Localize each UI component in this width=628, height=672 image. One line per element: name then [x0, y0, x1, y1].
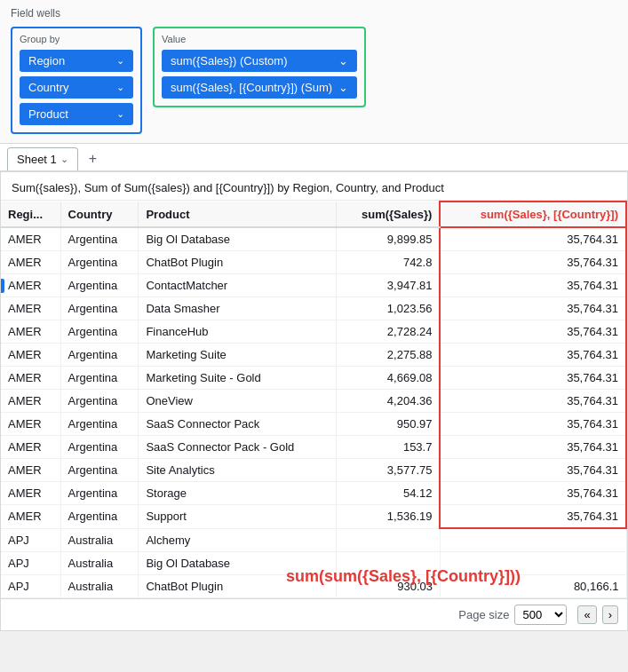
page-size-select[interactable]: 500 100 250 1000 — [514, 605, 567, 625]
cell-country: Argentina — [60, 390, 139, 413]
table-row: AMER Argentina Big Ol Database 9,899.85 … — [1, 227, 626, 251]
pagination-first-button[interactable]: « — [577, 605, 596, 624]
cell-country: Argentina — [60, 251, 139, 274]
cell-country: Argentina — [60, 413, 139, 436]
cell-region: AMER — [1, 505, 60, 529]
cell-sum-sales: 1,536.19 — [336, 505, 440, 529]
cell-sum-sales-country: 35,764.31 — [440, 320, 626, 344]
table-row: AMER Argentina Storage 54.12 35,764.31 — [1, 482, 626, 505]
col-header-sum-sales: sum({Sales}) — [336, 202, 440, 227]
field-wells-panel: Field wells Group by Region ⌄ Country ⌄ … — [0, 0, 628, 144]
cell-country: Argentina — [60, 436, 139, 459]
cell-sum-sales-country: 35,764.31 — [440, 436, 626, 459]
cell-country: Argentina — [60, 297, 139, 320]
cell-country: Australia — [60, 574, 139, 597]
cell-product: SaaS Connector Pack - Gold — [139, 436, 336, 459]
cell-region: AMER — [1, 320, 60, 344]
table-row: AMER Argentina ChatBot Plugin 742.8 35,7… — [1, 251, 626, 274]
cell-region: AMER — [1, 367, 60, 390]
cell-sum-sales: 4,669.08 — [336, 367, 440, 390]
value-pill-1-label: sum({Sales}) (Custom) — [171, 54, 287, 67]
sheet-tabs-bar: Sheet 1 ⌄ + — [0, 144, 628, 171]
group-by-product-label: Product — [28, 107, 68, 121]
table-row: AMER Argentina ContactMatcher 3,947.81 3… — [1, 274, 626, 297]
cell-sum-sales-country: 35,764.31 — [440, 459, 626, 482]
cell-sum-sales: 54.12 — [336, 482, 440, 505]
group-by-region-pill[interactable]: Region ⌄ — [20, 50, 133, 72]
cell-product: Storage — [139, 482, 336, 505]
group-by-region-label: Region — [28, 54, 65, 67]
row-indicator — [1, 279, 4, 293]
cell-region: AMER — [1, 251, 60, 274]
table-footer: Page size 500 100 250 1000 « › — [1, 598, 627, 630]
cell-country: Argentina — [60, 227, 139, 251]
cell-product: Support — [139, 505, 336, 529]
group-by-country-label: Country — [28, 81, 69, 94]
col-header-sum-sales-country: sum({Sales}, [{Country}]) — [440, 202, 626, 227]
group-by-label: Group by — [20, 34, 133, 44]
table-row: APJ Australia ChatBot Plugin 930.03 80,1… — [1, 574, 626, 597]
group-by-region-chevron: ⌄ — [116, 55, 124, 67]
cell-country: Argentina — [60, 367, 139, 390]
table-row: AMER Argentina Marketing Suite 2,275.88 … — [1, 344, 626, 367]
table-wrapper: Regi... Country Product sum({Sales}) sum… — [1, 201, 627, 598]
value-pill-2[interactable]: sum({Sales}, [{Country}]) (Sum) ⌄ — [162, 76, 357, 99]
page-size-label: Page size — [458, 608, 509, 621]
col-header-region: Regi... — [1, 202, 60, 227]
cell-sum-sales: 2,275.88 — [336, 344, 440, 367]
add-sheet-button[interactable]: + — [82, 147, 104, 170]
cell-region: AMER — [1, 227, 60, 251]
col-header-product: Product — [139, 202, 336, 227]
cell-country: Australia — [60, 551, 139, 574]
table-header: Regi... Country Product sum({Sales}) sum… — [1, 202, 626, 227]
cell-product: ChatBot Plugin — [139, 251, 336, 274]
table-row: AMER Argentina Data Smasher 1,023.56 35,… — [1, 297, 626, 320]
cell-sum-sales: 930.03 — [336, 574, 440, 597]
cell-sum-sales-country: 35,764.31 — [440, 297, 626, 320]
cell-region: AMER — [1, 274, 60, 297]
cell-sum-sales: 742.8 — [336, 251, 440, 274]
table-row: APJ Australia Big Ol Database — [1, 551, 626, 574]
table-row: AMER Argentina Marketing Suite - Gold 4,… — [1, 367, 626, 390]
sheet-tab-1-label: Sheet 1 — [17, 153, 57, 166]
sheet-tab-1[interactable]: Sheet 1 ⌄ — [7, 147, 78, 170]
value-pill-2-label: sum({Sales}, [{Country}]) (Sum) — [171, 81, 332, 94]
cell-sum-sales-country: 35,764.31 — [440, 274, 626, 297]
cell-product: Big Ol Database — [139, 227, 336, 251]
group-by-country-pill[interactable]: Country ⌄ — [20, 76, 133, 99]
cell-region: APJ — [1, 528, 60, 551]
table-row: AMER Argentina Site Analytics 3,577.75 3… — [1, 459, 626, 482]
cell-region: AMER — [1, 436, 60, 459]
value-pill-1[interactable]: sum({Sales}) (Custom) ⌄ — [162, 50, 357, 72]
cell-product: ChatBot Plugin — [139, 574, 336, 597]
cell-product: Marketing Suite — [139, 344, 336, 367]
cell-region: AMER — [1, 344, 60, 367]
cell-region: APJ — [1, 551, 60, 574]
data-table: Regi... Country Product sum({Sales}) sum… — [1, 201, 627, 598]
table-row: APJ Australia Alchemy — [1, 528, 626, 551]
cell-sum-sales-country — [440, 551, 626, 574]
cell-sum-sales: 3,577.75 — [336, 459, 440, 482]
group-by-product-pill[interactable]: Product ⌄ — [20, 103, 133, 125]
table-row: AMER Argentina Support 1,536.19 35,764.3… — [1, 505, 626, 529]
cell-product: OneView — [139, 390, 336, 413]
group-by-product-chevron: ⌄ — [116, 108, 124, 120]
cell-sum-sales-country: 35,764.31 — [440, 251, 626, 274]
cell-country: Argentina — [60, 344, 139, 367]
cell-country: Argentina — [60, 482, 139, 505]
cell-country: Argentina — [60, 320, 139, 344]
cell-sum-sales: 2,728.24 — [336, 320, 440, 344]
cell-sum-sales-country: 35,764.31 — [440, 482, 626, 505]
cell-sum-sales-country: 35,764.31 — [440, 413, 626, 436]
cell-region: AMER — [1, 459, 60, 482]
cell-sum-sales-country: 35,764.31 — [440, 367, 626, 390]
cell-product: Marketing Suite - Gold — [139, 367, 336, 390]
field-wells-title: Field wells — [11, 7, 617, 20]
cell-sum-sales-country: 35,764.31 — [440, 390, 626, 413]
pagination-next-button[interactable]: › — [602, 605, 618, 624]
table-body: AMER Argentina Big Ol Database 9,899.85 … — [1, 227, 626, 597]
cell-sum-sales: 950.97 — [336, 413, 440, 436]
value-label: Value — [162, 34, 357, 44]
value-well: Value sum({Sales}) (Custom) ⌄ sum({Sales… — [153, 27, 366, 107]
cell-sum-sales-country: 35,764.31 — [440, 344, 626, 367]
